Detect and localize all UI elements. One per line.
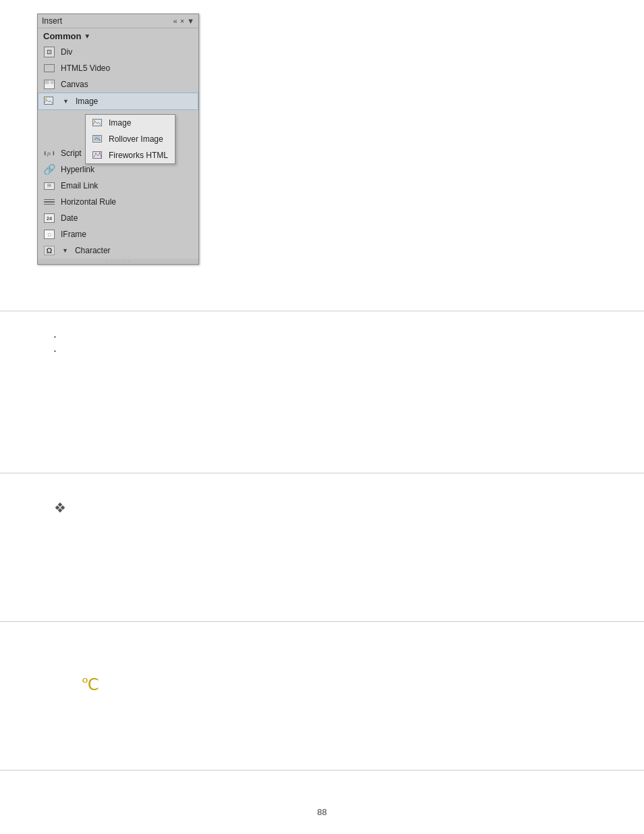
bullet-dot-2: • (54, 348, 56, 354)
hrule-icon (43, 196, 55, 208)
svg-point-17 (99, 152, 101, 153)
character-label: Character (75, 246, 111, 255)
submenu-fireworks-item[interactable]: Fireworks HTML (86, 147, 175, 163)
menu-button[interactable]: ▼ (187, 17, 194, 25)
insert-hrule-item[interactable]: Horizontal Rule (38, 194, 198, 210)
email-icon: ✉ (43, 180, 55, 192)
insert-character-item[interactable]: Ω ▼ Character (38, 242, 198, 259)
lightbulb-icon: ℃ (81, 675, 99, 694)
svg-text:js: js (47, 151, 51, 157)
bullet-dot-1: • (54, 334, 56, 340)
svg-point-16 (95, 153, 97, 154)
bullet-item-2: • (54, 345, 61, 354)
category-dropdown-arrow[interactable]: ▼ (84, 32, 90, 40)
gear-section: ❖ (27, 486, 93, 529)
page-divider-4 (0, 770, 644, 771)
insert-date-item[interactable]: 24 Date (38, 210, 198, 226)
image-sub-icon (92, 118, 103, 128)
image-label: Image (76, 97, 98, 106)
image-arrow[interactable]: ▼ (63, 98, 69, 105)
submenu-fireworks-label: Fireworks HTML (109, 151, 168, 160)
char-icon: Ω (43, 244, 55, 257)
insert-div-item[interactable]: ⊡ Div (38, 44, 198, 60)
date-label: Date (61, 213, 78, 223)
collapse-button[interactable]: « (173, 17, 178, 25)
panel-titlebar: Insert « × ▼ (38, 14, 198, 28)
hyperlink-label: Hyperlink (61, 165, 95, 174)
bullet-item-1: • (54, 331, 61, 340)
fireworks-icon (92, 150, 103, 161)
html5video-icon (43, 62, 55, 74)
panel-title: Insert (42, 16, 62, 26)
insert-iframe-item[interactable]: □ IFrame (38, 226, 198, 242)
script-label: Script (61, 149, 82, 158)
insert-canvas-item[interactable]: Canvas (38, 76, 198, 93)
div-icon: ⊡ (43, 46, 55, 58)
html5video-label: HTML5 Video (61, 63, 110, 73)
svg-rect-9 (45, 97, 53, 105)
panel-controls: « × ▼ (173, 17, 194, 25)
submenu-rollover-item[interactable]: Rollover Image (86, 131, 175, 147)
date-icon: 24 (43, 212, 55, 224)
category-row[interactable]: Common ▼ (38, 28, 198, 44)
panel-resize-handle[interactable]: · · · · · · (38, 259, 198, 264)
hyperlink-icon: 🔗 (43, 163, 55, 176)
iframe-icon: □ (43, 228, 55, 240)
svg-point-10 (45, 98, 47, 99)
insert-emaillink-item[interactable]: ✉ Email Link (38, 178, 198, 194)
script-icon: js (43, 147, 55, 159)
category-label: Common (43, 31, 81, 41)
insert-image-item[interactable]: ▼ Image (38, 93, 198, 110)
submenu-image-item[interactable]: Image (86, 115, 175, 131)
submenu-image-label: Image (109, 118, 131, 128)
image-submenu: Image Rollover Image (85, 114, 176, 164)
svg-point-12 (94, 120, 95, 122)
canvas-label: Canvas (61, 80, 88, 89)
emaillink-label: Email Link (61, 181, 98, 190)
svg-point-8 (51, 81, 53, 84)
div-icon-shape: ⊡ (44, 47, 55, 57)
iframe-label: IFrame (61, 230, 86, 239)
canvas-icon (43, 78, 55, 90)
insert-panel: Insert « × ▼ Common ▼ ⊡ Div HTML (37, 14, 199, 265)
div-label: Div (61, 47, 72, 57)
image-icon (44, 95, 56, 107)
rollover-icon (92, 134, 103, 145)
page-number: 88 (0, 800, 644, 824)
resize-dots: · · · · · · (106, 259, 130, 265)
bullet-section: • • (0, 311, 115, 380)
close-button[interactable]: × (180, 17, 184, 25)
character-arrow[interactable]: ▼ (62, 247, 68, 254)
page-divider-3 (0, 621, 644, 622)
submenu-rollover-label: Rollover Image (109, 134, 163, 144)
insert-html5video-item[interactable]: HTML5 Video (38, 60, 198, 76)
page-divider-2 (0, 473, 644, 473)
lightbulb-section: ℃ (41, 655, 140, 714)
svg-rect-7 (45, 81, 49, 84)
gear-icon: ❖ (54, 500, 66, 516)
hrule-label: Horizontal Rule (61, 197, 116, 207)
